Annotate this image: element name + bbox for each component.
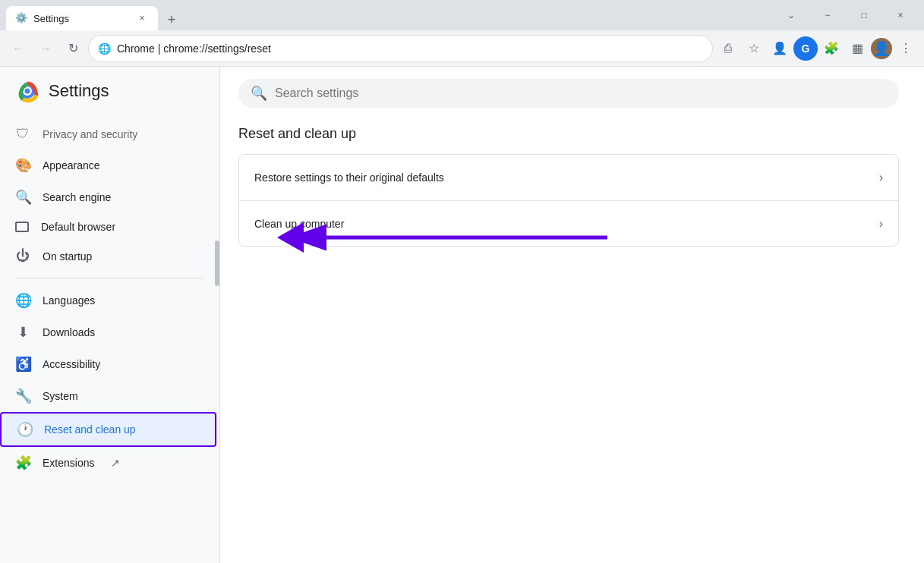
browser-frame: ⚙️ Settings × + ⌄ − □ × ← → ↻ 🌐 Chrome |… — [0, 0, 924, 563]
sidebar-item-reset[interactable]: 🕐 Reset and clean up — [0, 412, 216, 447]
maximize-button[interactable]: □ — [847, 4, 881, 27]
minimize-button[interactable]: − — [810, 4, 845, 27]
chevron-right-icon-2: › — [879, 217, 883, 231]
external-link-icon: ↗ — [111, 457, 120, 469]
back-button[interactable]: ← — [6, 36, 30, 61]
restore-settings-label: Restore settings to their original defau… — [254, 171, 879, 184]
new-tab-button[interactable]: + — [161, 9, 182, 30]
tab-favicon: ⚙️ — [15, 12, 27, 24]
settings-card: Restore settings to their original defau… — [238, 154, 899, 247]
sidebar-list: 🛡 Privacy and security 🎨 Appearance 🔍 Se… — [0, 115, 219, 563]
extensions-button[interactable]: 🧩 — [819, 36, 844, 61]
tab-strip: ⚙️ Settings × + — [6, 0, 774, 30]
settings-title: Settings — [49, 81, 109, 101]
sidebar-scrollbar[interactable] — [215, 67, 219, 563]
tab-title: Settings — [33, 13, 129, 24]
google-account-button[interactable]: G — [793, 36, 818, 61]
sidebar-item-appearance[interactable]: 🎨 Appearance — [0, 149, 213, 181]
sidebar-label-extensions: Extensions — [43, 457, 94, 469]
title-bar: ⚙️ Settings × + ⌄ − □ × — [0, 0, 924, 30]
profile-manager-button[interactable]: 👤 — [768, 36, 792, 61]
toolbar-actions: ⎙ ☆ 👤 G 🧩 ▦ 👤 ⋮ — [716, 36, 918, 61]
url-display: Chrome | chrome://settings/reset — [117, 42, 703, 55]
content-area: Reset and clean up Restore settings to t… — [220, 120, 924, 268]
browser-icon — [15, 222, 29, 232]
sidebar-item-privacy[interactable]: 🛡 Privacy and security — [0, 118, 213, 149]
sidebar: Settings 🛡 Privacy and security 🎨 Appear… — [0, 67, 220, 563]
sidebar-label-search-engine: Search engine — [43, 191, 111, 203]
sidebar-label-reset: Reset and clean up — [44, 423, 136, 436]
sidebar-item-downloads[interactable]: ⬇ Downloads — [0, 316, 213, 348]
search-input[interactable] — [275, 86, 887, 100]
active-tab[interactable]: ⚙️ Settings × — [6, 6, 158, 30]
close-button[interactable]: × — [883, 4, 918, 27]
sidebar-item-on-startup[interactable]: ⏻ On startup — [0, 241, 213, 272]
sidebar-label-privacy: Privacy and security — [43, 128, 137, 140]
main-wrapper: 🔍 Reset and clean up Restore settings to… — [220, 67, 924, 563]
globe-icon: 🌐 — [15, 292, 30, 309]
palette-icon: 🎨 — [15, 157, 30, 174]
accessibility-icon: ♿ — [15, 356, 30, 373]
magnifier-icon: 🔍 — [15, 189, 30, 206]
sidebar-label-accessibility: Accessibility — [43, 358, 100, 370]
reload-button[interactable]: ↻ — [61, 36, 85, 61]
user-avatar[interactable]: 👤 — [871, 38, 892, 59]
chevron-down-button[interactable]: ⌄ — [774, 4, 809, 27]
chrome-logo-icon — [15, 79, 39, 103]
sidebar-label-languages: Languages — [43, 294, 95, 307]
sidebar-label-on-startup: On startup — [43, 250, 92, 263]
search-bar-container: 🔍 — [220, 67, 924, 120]
share-button[interactable]: ⎙ — [716, 36, 740, 61]
window-controls: ⌄ − □ × — [774, 4, 918, 27]
puzzle-icon: 🧩 — [15, 454, 30, 471]
svg-point-4 — [25, 89, 30, 94]
cleanup-label: Clean up computer — [254, 218, 879, 230]
reset-icon: 🕐 — [17, 421, 32, 438]
address-bar[interactable]: 🌐 Chrome | chrome://settings/reset — [88, 35, 713, 62]
sidebar-header: Settings — [0, 67, 219, 115]
sidebar-item-system[interactable]: 🔧 System — [0, 380, 213, 412]
sidebar-label-default-browser: Default browser — [41, 221, 115, 233]
sidebar-label-system: System — [43, 390, 78, 402]
section-title: Reset and clean up — [238, 126, 906, 142]
sidebar-item-default-browser[interactable]: Default browser — [0, 213, 213, 241]
sidebar-item-accessibility[interactable]: ♿ Accessibility — [0, 348, 213, 380]
cleanup-computer-row[interactable]: Clean up computer › — [239, 200, 898, 246]
url-domain: Chrome | chrome://settings/reset — [117, 42, 271, 55]
sidebar-label-appearance: Appearance — [43, 159, 100, 171]
sidebar-divider-1 — [15, 278, 204, 278]
download-icon: ⬇ — [15, 324, 30, 341]
page-content: Settings 🛡 Privacy and security 🎨 Appear… — [0, 67, 924, 563]
chevron-right-icon: › — [879, 171, 883, 184]
site-favicon: 🌐 — [98, 42, 111, 55]
main-content: 🔍 Reset and clean up Restore settings to… — [220, 67, 924, 563]
bookmark-button[interactable]: ☆ — [742, 36, 766, 61]
avatar-image: 👤 — [873, 40, 890, 57]
toolbar: ← → ↻ 🌐 Chrome | chrome://settings/reset… — [0, 30, 924, 67]
search-icon: 🔍 — [251, 85, 267, 102]
sidebar-item-search-engine[interactable]: 🔍 Search engine — [0, 181, 213, 213]
power-icon: ⏻ — [15, 248, 30, 264]
tab-close-button[interactable]: × — [135, 11, 149, 25]
menu-button[interactable]: ⋮ — [894, 36, 918, 61]
sidebar-button[interactable]: ▦ — [845, 36, 869, 61]
sidebar-item-extensions[interactable]: 🧩 Extensions ↗ — [0, 447, 213, 479]
search-bar: 🔍 — [238, 79, 899, 108]
forward-button[interactable]: → — [33, 36, 58, 61]
sidebar-label-downloads: Downloads — [43, 326, 95, 338]
restore-settings-row[interactable]: Restore settings to their original defau… — [239, 155, 898, 200]
sidebar-item-languages[interactable]: 🌐 Languages — [0, 285, 213, 316]
shield-icon: 🛡 — [15, 126, 30, 142]
wrench-icon: 🔧 — [15, 388, 30, 404]
sidebar-scroll-thumb — [215, 241, 219, 286]
